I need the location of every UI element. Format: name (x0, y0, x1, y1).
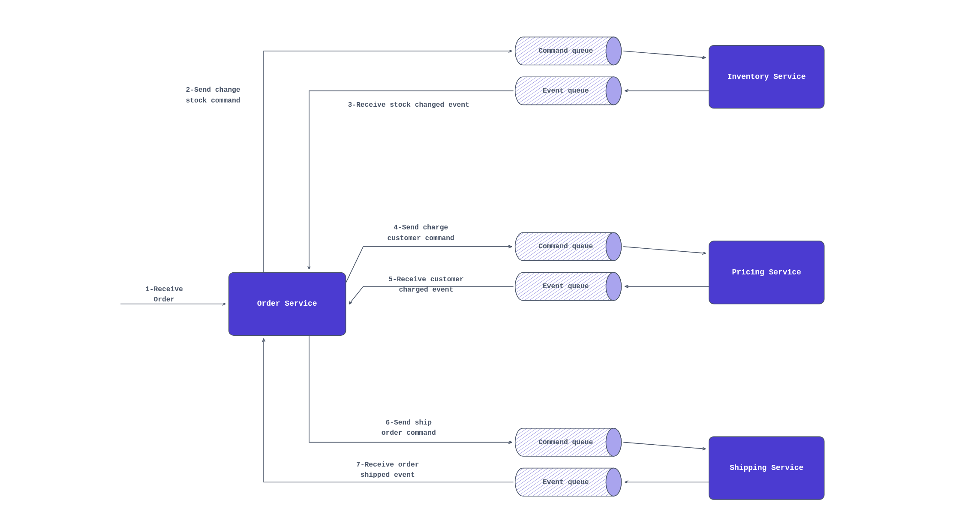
svg-text:charged event: charged event (399, 286, 453, 294)
queue-label: Command queue (538, 242, 593, 250)
edge-receive-charged: 5-Receive customer charged event (349, 275, 514, 304)
edge-receive-order: 1-Receive Order (120, 285, 225, 304)
queue-label: Event queue (543, 478, 589, 486)
shipping-command-queue: Command queue (515, 428, 622, 456)
edge-pricing-cmd-to-service (623, 247, 705, 253)
svg-text:Order: Order (153, 295, 174, 304)
svg-text:shipped event: shipped event (361, 471, 415, 479)
pricing-service-node: Pricing Service (709, 241, 824, 304)
svg-text:order command: order command (382, 429, 436, 437)
pricing-service-label: Pricing Service (732, 268, 801, 277)
svg-point-6 (606, 37, 621, 65)
svg-text:6-Send ship: 6-Send ship (385, 419, 431, 427)
queue-label: Event queue (543, 87, 589, 95)
architecture-diagram: Order Service Inventory Service Pricing … (0, 0, 980, 524)
svg-point-11 (606, 468, 621, 496)
svg-point-7 (606, 77, 621, 105)
inventory-service-node: Inventory Service (709, 45, 824, 108)
queue-label: Command queue (538, 438, 593, 446)
svg-text:5-Receive customer: 5-Receive customer (388, 275, 464, 283)
pricing-event-queue: Event queue (515, 272, 622, 300)
shipping-service-node: Shipping Service (709, 437, 824, 500)
edge-send-change-stock: 2-Send change stock command (186, 51, 511, 272)
edge-receive-shipped: 7-Receive order shipped event (264, 339, 513, 482)
inventory-event-queue: Event queue (515, 77, 622, 105)
queue-label: Event queue (543, 282, 589, 290)
svg-text:1-Receive: 1-Receive (145, 285, 183, 293)
svg-text:4-Send charge: 4-Send charge (394, 223, 448, 232)
edge-send-ship: 6-Send ship order command (309, 335, 512, 442)
svg-text:stock command: stock command (186, 96, 240, 105)
shipping-service-label: Shipping Service (730, 464, 803, 472)
queue-label: Command queue (538, 47, 593, 55)
svg-point-10 (606, 428, 621, 456)
shipping-event-queue: Event queue (515, 468, 622, 496)
svg-text:7-Receive order: 7-Receive order (356, 461, 419, 469)
svg-text:customer command: customer command (388, 234, 454, 242)
order-service-label: Order Service (257, 299, 317, 308)
order-service-node: Order Service (229, 272, 346, 335)
inventory-command-queue: Command queue (515, 37, 622, 65)
svg-text:2-Send change: 2-Send change (186, 86, 240, 94)
edge-shipping-cmd-to-service (623, 442, 705, 449)
edge-send-charge: 4-Send charge customer command (346, 223, 512, 283)
svg-point-8 (606, 233, 621, 261)
edge-receive-stock-changed: 3-Receive stock changed event (309, 91, 514, 269)
svg-point-9 (606, 272, 621, 300)
svg-text:3-Receive stock changed event: 3-Receive stock changed event (348, 101, 469, 109)
pricing-command-queue: Command queue (515, 233, 622, 261)
inventory-service-label: Inventory Service (727, 72, 806, 81)
edge-inv-cmd-to-service (623, 51, 705, 57)
